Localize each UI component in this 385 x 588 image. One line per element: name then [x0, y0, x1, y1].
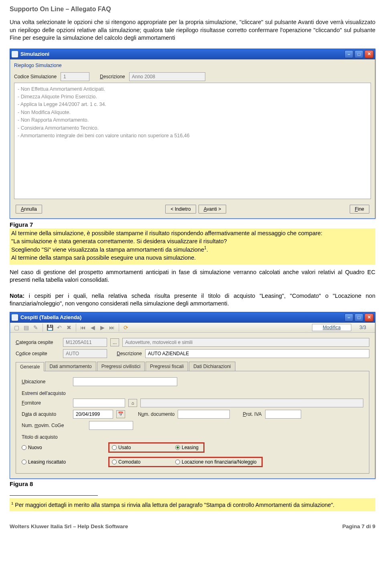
coge-input[interactable]	[89, 421, 133, 430]
close-button[interactable]: ✕	[365, 313, 373, 321]
highlight-box-bottom: Comodato Locazione non finanziaria/Noleg…	[108, 457, 263, 467]
footnote-separator	[10, 495, 98, 496]
tabpanel-generale: Ubicazione Estremi dell'acquisto Fornito…	[16, 371, 369, 474]
lookup-button[interactable]: …	[110, 338, 119, 346]
window-cespiti: Cespiti (Tabella Azienda) – □ ✕ ▢ ▤ ✎ 💾 …	[10, 312, 375, 479]
fornitore-lookup-button[interactable]: ⌂	[128, 399, 137, 407]
avanti-button[interactable]: Avanti >	[199, 205, 227, 214]
estremi-label: Estremi dell'acquisto	[22, 391, 86, 396]
new-icon[interactable]: ▢	[12, 324, 20, 332]
close-button[interactable]: ✕	[365, 50, 373, 58]
intro-paragraph: Una volta selezionate le opzioni che si …	[10, 17, 375, 49]
titlebar-cespiti[interactable]: Cespiti (Tabella Azienda) – □ ✕	[10, 312, 375, 323]
nota-paragraph: Nota: i cespiti per i quali, nella relat…	[10, 288, 375, 312]
window-title: Simulazioni	[20, 51, 344, 57]
tab-pregressi-fiscali[interactable]: Pregressi fiscali	[146, 362, 188, 371]
codice-cespite-input[interactable]	[63, 349, 107, 358]
hl-line1: Al termine della simulazione, è possibil…	[11, 230, 322, 236]
hl-line2: "La simulazione è stata generata corrett…	[11, 238, 227, 244]
page-header: Supporto On Line – Allegato FAQ	[10, 4, 375, 17]
toolbar: ▢ ▤ ✎ 💾 ↶ ✖ ⏮ ◀ ▶ ⏭ ⟳ Modifica 3/3	[10, 323, 375, 333]
highlight-box-top: Usato Leasing	[108, 442, 205, 453]
maximize-button[interactable]: □	[355, 50, 363, 58]
tab-dati-dichiarazioni[interactable]: Dati Dichiarazioni	[189, 362, 235, 371]
save-icon[interactable]: 💾	[46, 324, 54, 332]
nota-text: i cespiti per i quali, nella relativa sc…	[10, 293, 375, 307]
subtitle: Riepilogo Simulazione	[14, 62, 371, 71]
categoria-code-input[interactable]	[63, 338, 107, 347]
data-acquisto-input[interactable]	[73, 410, 113, 419]
riepilogo-memo: - Non Effettua Ammortamenti Anticipati. …	[14, 83, 371, 199]
radio-comodato[interactable]: Comodato	[112, 459, 168, 465]
radio-nuovo[interactable]: Nuovo	[22, 445, 108, 450]
window-title: Cespiti (Tabella Azienda)	[20, 314, 344, 320]
minimize-button[interactable]: –	[344, 50, 353, 58]
ubicazione-label: Ubicazione	[22, 379, 70, 385]
next-icon[interactable]: ▶	[98, 324, 106, 332]
titlebar-simulazioni[interactable]: Simulazioni – □ ✕	[10, 49, 375, 59]
hl-line4: Al termine della stampa sarà possibile e…	[11, 254, 196, 261]
footnote-box: 1 Per maggiori dettagli in merito alla s…	[10, 498, 375, 511]
fornitore-descr	[140, 399, 363, 407]
window-simulazioni: Simulazioni – □ ✕ Riepilogo Simulazione …	[10, 49, 375, 219]
fornitore-label: Fornitore	[22, 400, 70, 406]
delete-icon[interactable]: ✖	[65, 324, 73, 332]
radio-leasing[interactable]: Leasing	[175, 445, 199, 450]
annulla-button[interactable]: Annulla	[16, 205, 42, 214]
descr-label: Descrizione	[100, 74, 125, 79]
categoria-label: Categoria cespite	[16, 340, 60, 345]
fine-button[interactable]: Fine	[350, 205, 369, 214]
footer-right: Pagina 7 di 9	[342, 523, 375, 529]
minimize-button[interactable]: –	[344, 313, 353, 321]
figure8-label: Figura 8	[10, 479, 375, 488]
app-icon	[12, 51, 18, 57]
footer-left: Wolters Kluwer Italia Srl – Help Desk So…	[10, 523, 128, 529]
fornitore-input[interactable]	[73, 399, 125, 407]
descr-input[interactable]	[129, 72, 205, 81]
result-highlight-box: Al termine della simulazione, è possibil…	[10, 228, 375, 264]
last-icon[interactable]: ⏭	[108, 324, 116, 332]
codice-label: Codice Simulazione	[14, 74, 57, 79]
numdoc-label: Num. documento	[138, 411, 174, 417]
nota-label: Nota:	[10, 293, 24, 299]
descrizione-label: Descrizione	[117, 351, 142, 356]
prev-icon[interactable]: ◀	[89, 324, 97, 332]
numdoc-input[interactable]	[178, 410, 230, 419]
record-counter: 3/3	[353, 325, 373, 330]
codice-cespite-label: Codice cespite	[16, 351, 60, 356]
footnote-text: Per maggiori dettagli in merito alla sta…	[13, 502, 334, 508]
prot-input[interactable]	[265, 410, 301, 419]
after-paragraph: Nel caso di gestione del prospetto ammor…	[10, 264, 375, 288]
ubicazione-input[interactable]	[73, 377, 177, 386]
codice-input[interactable]	[61, 72, 89, 81]
tab-dati-ammortamento[interactable]: Dati ammortamento	[45, 362, 96, 371]
undo-icon[interactable]: ↶	[55, 324, 63, 332]
radio-locazione[interactable]: Locazione non finanziaria/Noleggio	[175, 459, 257, 465]
maximize-button[interactable]: □	[355, 313, 363, 321]
figure7-label: Figura 7	[10, 218, 33, 229]
open-icon[interactable]: ▤	[22, 324, 30, 332]
modifica-button[interactable]: Modifica	[312, 324, 352, 331]
data-acquisto-label: Data di acquisto	[22, 411, 70, 417]
indietro-button[interactable]: < Indietro	[165, 205, 196, 214]
first-icon[interactable]: ⏮	[79, 324, 87, 332]
radio-leasing-riscattato[interactable]: Leasing riscattato	[22, 459, 108, 465]
app-icon	[12, 314, 18, 321]
radio-usato[interactable]: Usato	[112, 445, 168, 450]
calendar-button[interactable]: 📅	[116, 410, 125, 418]
titolo-label: Titolo di acquisto	[22, 434, 86, 440]
hl-line3: Scegliendo "Si" viene visualizzata la st…	[11, 246, 208, 253]
tab-pregressi-civilistici[interactable]: Pregressi civilistici	[97, 362, 145, 371]
coge-label: Num. movim. CoGe	[22, 423, 86, 428]
prot-label: Prot. IVA	[243, 411, 261, 417]
refresh-icon[interactable]: ⟳	[122, 324, 130, 332]
categoria-descr-input	[122, 338, 369, 347]
tabs: Generale Dati ammortamento Pregressi civ…	[16, 362, 369, 371]
edit-icon[interactable]: ✎	[32, 324, 40, 332]
tab-generale[interactable]: Generale	[16, 362, 44, 371]
descrizione-input[interactable]	[145, 349, 369, 358]
